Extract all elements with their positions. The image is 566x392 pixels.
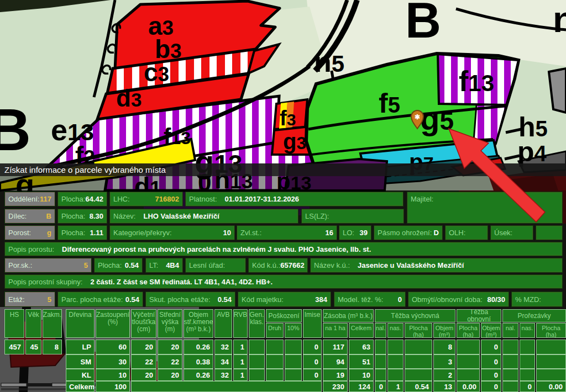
species-cell [405,369,432,381]
species-header-cell: Těžba obnovní [457,309,501,322]
species-header-cell: Druh [266,323,284,338]
cell-porost-label: Porost: [8,229,31,237]
cell-lhc: LHC:716802 [109,192,183,206]
species-cell [520,340,535,354]
species-cell: 63 [349,340,374,354]
cell-mzd-label: % MZD: [515,295,541,304]
cell-skut-plocha: Skut. plocha etáže:0.54 [145,292,235,307]
species-cell [502,381,518,392]
cell-usek: Úsek: [490,225,533,240]
cell-popis-porostu-label: Popis porostu: [8,245,54,253]
cell-nazev-value: LHO Valašské Meziříčí [143,212,219,220]
cell-majitel-label: Majitel: [411,195,433,203]
cell-nazev-ku: Název k.ú.:Jasenice u Valašského Meziříč… [310,258,563,273]
cell-lhc-value: 716802 [155,195,179,203]
species-cell [387,354,403,369]
cell-olh-label: OLH: [449,229,465,237]
species-header-cell: Gen. klas. [249,309,265,338]
species-cell: 10 [349,369,374,381]
species-cell [405,340,432,354]
cell-lhc-label: LHC: [113,195,130,203]
species-cell: 124 [349,381,374,392]
species-header-cell: na 1 ha [323,323,348,338]
map-viewer-window: Ba3b3c3d3e13f2f13g13h13p13gd10n5Bnf5g5f3… [0,0,566,392]
cell-etaz: Etáž:5 [4,292,55,307]
cell-lt-value: 4B4 [166,261,179,269]
cell-parc-plocha: Parc. plocha etáže:0.54 [57,292,143,307]
species-cell [131,381,322,392]
species-cell: 0.54 [405,381,432,392]
species-cell: 32 [214,369,232,381]
cell-pasmo: Pásmo ohrožení:D [374,225,443,240]
species-cell: 60 [96,340,130,354]
species-cell [536,354,566,369]
cell-plocha-oddeleni-value: 64.42 [85,195,103,203]
species-header-cell: Těžba výchovná [375,309,455,322]
species-cell: 8 [43,340,62,354]
cell-lo-value: 39 [360,229,368,237]
cell-model-tez-value: 0 [398,295,402,304]
species-cell [249,369,265,381]
cell-pasmo-label: Pásmo ohrožení: [378,229,432,237]
cell-usek-label: Úsek: [494,229,512,237]
species-cell [266,340,284,354]
species-cell [387,340,403,354]
cell-porsk-value: 5 [84,261,88,269]
species-cell: 13 [433,381,455,392]
species-cell: 0 [303,354,322,369]
species-cell: LP [66,340,95,354]
species-cell [387,369,403,381]
cell-popis-skupiny-value: 2 části. Z část se SM ředinatá. LT 4B1, … [90,278,272,286]
species-header-cell: Imise [303,309,322,338]
species-cell: 0.00 [536,381,566,392]
cell-kategorie: Kategorie/překryv:10 [109,225,235,240]
species-cell: 2 [433,369,455,381]
cell-parc-plocha-label: Parc. plocha etáže: [61,295,123,304]
species-header-cell: Celkem [349,323,374,338]
species-header-cell: RVB [233,309,248,338]
cell-obmyti: Obmýtí/obnovní doba:80/30 [408,292,509,307]
cell-lt: LT:4B4 [145,258,183,273]
cell-kategorie-label: Kategorie/překryv: [113,229,172,237]
species-header-cell: nal. [502,323,518,338]
species-cell: 22 [131,354,156,369]
cell-plocha-porsk: Plocha:0.54 [94,258,143,273]
cell-popis-skupiny-label: Popis porostní skupiny: [8,278,82,286]
species-cell: 94 [323,354,348,369]
species-header-cell: Dřevina [66,309,95,338]
species-cell: 8 [433,340,455,354]
cell-kod-majetku-value: 384 [315,295,327,304]
species-cell [266,369,284,381]
cell-porost-value: g [47,229,51,237]
cell-nazev-ku-label: Název k.ú.: [314,261,350,269]
species-cell: KL [66,369,95,381]
species-cell: 45 [25,340,41,354]
species-header-cell: 10% [285,323,302,338]
species-header-cell: Střední výška (m) [158,309,182,338]
species-header-cell: Výčetní tloušťka (cm) [131,309,156,338]
cell-oddeleni-label: Oddělení: [8,195,39,203]
species-header-cell: Prořezávky [502,309,566,322]
cell-lesni-urad: Lesní úřad: [185,258,246,273]
cell-empty [536,225,563,240]
cell-platnost: Platnost:01.01.2017-31.12.2026 [185,192,403,206]
species-cell: 20 [131,340,156,354]
species-cell: 10 [96,369,130,381]
cell-nazev-label: Název: [113,212,135,220]
cell-zvlst-value: 16 [326,229,333,237]
species-header-cell: HS [4,309,24,338]
species-cell: 0 [481,340,501,354]
species-cell: 20 [131,369,156,381]
cell-plocha-dilec-value: 8.30 [90,212,103,220]
species-cell [520,354,535,369]
species-cell: 34 [214,354,232,369]
species-header-cell: Zastoupení (%) [96,309,130,338]
species-cell: 1 [233,354,248,369]
species-header-cell: AVB [214,309,232,338]
species-cell: Celkem: [66,381,95,392]
species-cell: SM [66,354,95,369]
species-cell: 0 [303,340,322,354]
cell-kod-majetku: Kód majetku:384 [238,292,331,307]
species-cell [249,354,265,369]
species-cell: 51 [349,354,374,369]
